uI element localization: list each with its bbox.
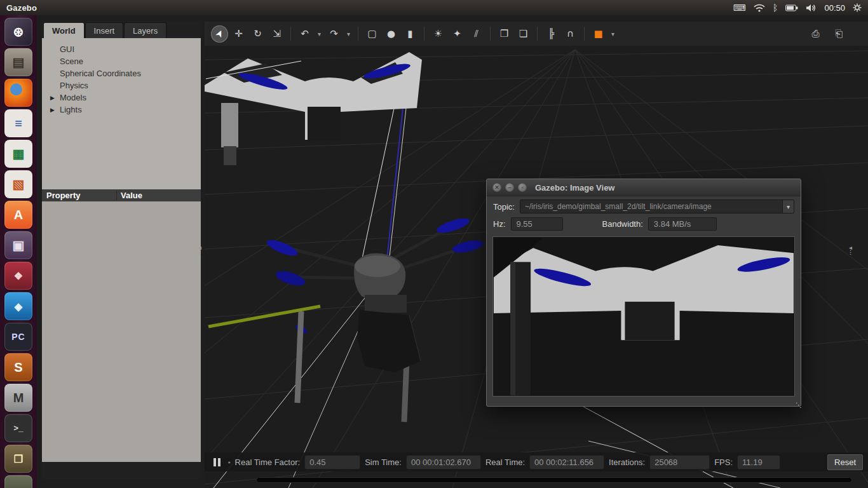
- dock-item-app-purple[interactable]: ▣: [4, 231, 32, 259]
- wifi-icon[interactable]: [754, 3, 765, 12]
- tree-item-scene[interactable]: Scene: [42, 55, 201, 67]
- minimize-icon[interactable]: –: [505, 183, 514, 192]
- dock-item-firefox[interactable]: [4, 79, 32, 107]
- world-tree: GUI Scene Spherical Coordinates Physics …: [42, 38, 201, 189]
- dock-item-writer[interactable]: ≡: [4, 109, 32, 137]
- active-app-name: Gazebo: [6, 3, 37, 13]
- left-splitter-handle[interactable]: ◂᎒: [198, 245, 201, 255]
- sim-time-label: Sim Time:: [365, 458, 402, 467]
- hz-value: 9.55: [511, 217, 563, 231]
- camera-frame: [494, 238, 794, 395]
- close-icon[interactable]: ✕: [492, 183, 501, 192]
- tree-item-physics[interactable]: Physics: [42, 79, 201, 92]
- snap-tool-button[interactable]: ∩: [562, 25, 579, 43]
- undo-button[interactable]: ↶: [296, 25, 313, 43]
- dock-item-calc[interactable]: ▦: [4, 140, 32, 168]
- insert-cylinder-button[interactable]: ▮: [402, 25, 419, 43]
- directional-light-button[interactable]: ⫽: [468, 25, 485, 43]
- spot-light-button[interactable]: ✦: [449, 25, 466, 43]
- redo-button[interactable]: ↷: [325, 25, 342, 43]
- dock-item-terminal[interactable]: >_: [4, 414, 32, 442]
- insert-model-menu-button[interactable]: ▾: [609, 25, 617, 43]
- dock-item-app-red[interactable]: ❖: [4, 262, 32, 290]
- directional-light-icon: ⫽: [474, 28, 478, 39]
- chevron-down-icon[interactable]: ▾: [782, 200, 794, 213]
- point-light-button[interactable]: ☀: [430, 25, 447, 43]
- dock-item-impress[interactable]: ▧: [4, 170, 32, 198]
- snap-magnet-icon: ∩: [567, 28, 574, 39]
- reset-button[interactable]: Reset: [827, 454, 863, 470]
- expand-arrow-icon[interactable]: ▶: [50, 107, 57, 113]
- property-table-body[interactable]: [42, 201, 201, 462]
- tab-insert[interactable]: Insert: [85, 22, 124, 38]
- tab-layers[interactable]: Layers: [124, 22, 166, 38]
- rotate-tool[interactable]: ↻: [249, 25, 266, 43]
- calc-icon: ▦: [13, 146, 25, 161]
- dock-item-packages[interactable]: ❒: [4, 445, 32, 473]
- data-logger-button[interactable]: ⎗: [831, 25, 848, 43]
- resize-grip[interactable]: ⋱: [796, 402, 802, 409]
- packages-icon: ❒: [14, 453, 23, 465]
- topic-select[interactable]: ~/iris/iris_demo/gimbal_small_2d/tilt_li…: [520, 200, 794, 214]
- tree-item-models[interactable]: ▶ Models: [42, 92, 201, 104]
- toolbar-right-group: ⎙ ⎗: [807, 25, 862, 43]
- chevron-down-icon: ▾: [347, 30, 350, 37]
- dock-item-s[interactable]: S: [4, 353, 32, 381]
- expand-arrow-icon[interactable]: ▶: [50, 95, 57, 101]
- insert-sphere-button[interactable]: ●: [383, 25, 400, 43]
- undo-menu-button[interactable]: ▾: [315, 25, 323, 43]
- rtf-value: 0.45: [304, 455, 360, 470]
- maximize-icon[interactable]: ▫: [518, 183, 527, 192]
- chevron-down-icon: ▾: [318, 30, 321, 37]
- bluetooth-icon[interactable]: ᛒ: [773, 3, 778, 12]
- volume-icon[interactable]: [806, 4, 817, 12]
- iterations-value: 25068: [649, 455, 710, 470]
- camera-image: [493, 237, 794, 396]
- align-icon: ╠: [548, 28, 554, 39]
- translate-tool[interactable]: ✛: [230, 25, 247, 43]
- dock-item-app-blue[interactable]: ◈: [4, 292, 32, 320]
- dock-item-pc[interactable]: PC: [4, 323, 32, 351]
- tree-item-lights[interactable]: ▶ Lights: [42, 104, 201, 116]
- bandwidth-value: 3.84 MB/s: [648, 217, 717, 231]
- screenshot-button[interactable]: ⎙: [807, 25, 824, 43]
- align-tool-button[interactable]: ╠: [543, 25, 560, 43]
- image-view-window: ✕ – ▫ Gazebo: Image View Topic: ~/iris/i…: [486, 179, 801, 407]
- image-view-titlebar[interactable]: ✕ – ▫ Gazebo: Image View: [487, 179, 801, 196]
- toolbar-separator: [290, 27, 291, 41]
- keyboard-indicator-icon[interactable]: ⌨: [733, 3, 746, 12]
- translate-tool-icon: ✛: [234, 28, 243, 39]
- select-tool[interactable]: ➤: [211, 25, 228, 43]
- tree-item-gui[interactable]: GUI: [42, 43, 201, 55]
- battery-icon[interactable]: [785, 4, 798, 11]
- pause-button[interactable]: [210, 456, 224, 468]
- app-blue-icon: ◈: [15, 301, 22, 313]
- horizontal-scrollbar[interactable]: [256, 477, 852, 483]
- tab-world[interactable]: World: [43, 22, 85, 38]
- simulation-status-bar: ▪ Real Time Factor: 0.45 Sim Time: 00 00…: [205, 452, 868, 471]
- insert-box-button[interactable]: ▢: [363, 25, 381, 43]
- dock-item-files[interactable]: ▤: [4, 48, 32, 76]
- app-red-icon: ❖: [14, 270, 23, 282]
- dock-item-dash-home[interactable]: ⊛: [4, 18, 32, 46]
- redo-menu-button[interactable]: ▾: [344, 25, 353, 43]
- dock-item-software[interactable]: A: [4, 201, 32, 229]
- paste-button[interactable]: ❏: [515, 25, 532, 43]
- real-time-value: 00 00:02:11.656: [529, 455, 604, 470]
- right-splitter-handle[interactable]: ◂᎒: [849, 245, 852, 255]
- system-bar: Gazebo ⌨ ᛒ 00:50: [0, 0, 868, 15]
- scale-tool[interactable]: ⇲: [268, 25, 285, 43]
- tree-item-spherical-coordinates[interactable]: Spherical Coordinates: [42, 67, 201, 79]
- step-button[interactable]: ▪: [228, 459, 231, 466]
- pc-icon: PC: [11, 332, 25, 342]
- copy-button[interactable]: ❐: [496, 25, 513, 43]
- point-light-icon: ☀: [434, 28, 442, 39]
- box-shape-icon: ▢: [367, 28, 376, 39]
- insert-model-button[interactable]: ■: [590, 25, 607, 43]
- dock-item-partial[interactable]: [4, 475, 32, 488]
- clock[interactable]: 00:50: [824, 3, 845, 13]
- dock-item-m[interactable]: M: [4, 384, 32, 412]
- orange-cube-icon: ■: [593, 28, 602, 39]
- property-column-header: Property: [42, 191, 117, 200]
- session-gear-icon[interactable]: [853, 3, 862, 12]
